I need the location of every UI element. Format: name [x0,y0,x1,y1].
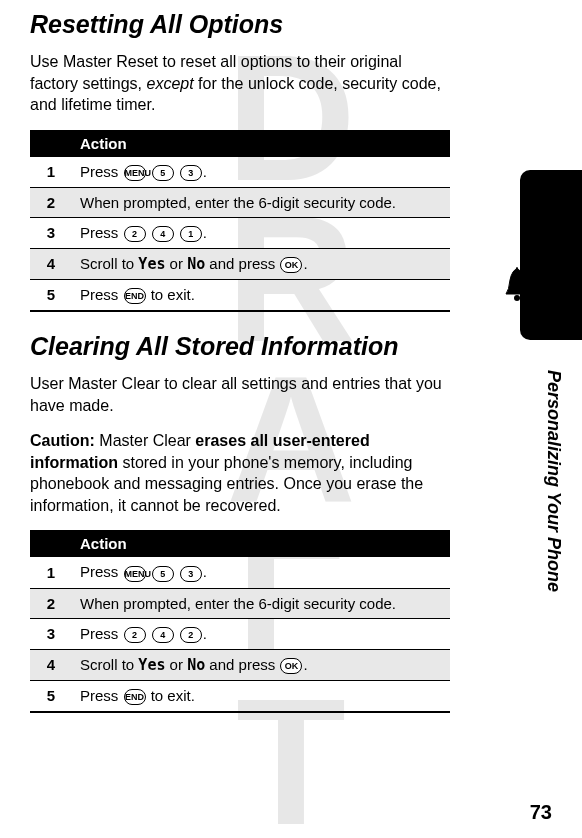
col-blank [30,130,72,157]
ok-key-icon: OK [280,257,302,273]
table-row: 1 Press MENU 5 3. [30,157,450,188]
caution-text: Caution: Master Clear erases all user-en… [30,430,450,516]
page-content: Resetting All Options Use Master Reset t… [0,0,490,733]
key-5-icon: 5 [152,566,174,582]
table-row: 2 When prompted, enter the 6-digit secur… [30,187,450,217]
col-action: Action [72,530,450,557]
action-table-clear: Action 1 Press MENU 5 3. 2 When prompted… [30,530,450,712]
section-side-label: Personalizing Your Phone [543,370,564,592]
table-row: 2 When prompted, enter the 6-digit secur… [30,588,450,618]
key-5-icon: 5 [152,165,174,181]
key-3-icon: 3 [180,165,202,181]
menu-key-icon: MENU [124,566,146,582]
key-3-icon: 3 [180,566,202,582]
key-4-icon: 4 [152,627,174,643]
end-key-icon: END [124,689,146,705]
col-blank [30,530,72,557]
table-row: 5 Press END to exit. [30,279,450,311]
table-row: 3 Press 2 4 2. [30,618,450,649]
heading-clearing: Clearing All Stored Information [30,332,450,361]
table-row: 4 Scroll to Yes or No and press OK. [30,248,450,279]
key-2-icon: 2 [124,627,146,643]
table-row: 1 Press MENU 5 3. [30,557,450,588]
menu-key-icon: MENU [124,165,146,181]
table-row: 4 Scroll to Yes or No and press OK. [30,649,450,680]
end-key-icon: END [124,288,146,304]
ok-key-icon: OK [280,658,302,674]
heading-resetting: Resetting All Options [30,10,450,39]
table-row: 3 Press 2 4 1. [30,217,450,248]
key-1-icon: 1 [180,226,202,242]
action-table-reset: Action 1 Press MENU 5 3. 2 When prompted… [30,130,450,312]
key-2-icon: 2 [124,226,146,242]
alarm-bell-icon [498,260,548,310]
intro-reset: Use Master Reset to reset all options to… [30,51,450,116]
key-2-icon: 2 [180,627,202,643]
table-row: 5 Press END to exit. [30,680,450,712]
key-4-icon: 4 [152,226,174,242]
side-tab [520,170,582,340]
page-number: 73 [530,801,552,824]
svg-point-0 [514,295,520,301]
intro-clear: User Master Clear to clear all settings … [30,373,450,416]
col-action: Action [72,130,450,157]
